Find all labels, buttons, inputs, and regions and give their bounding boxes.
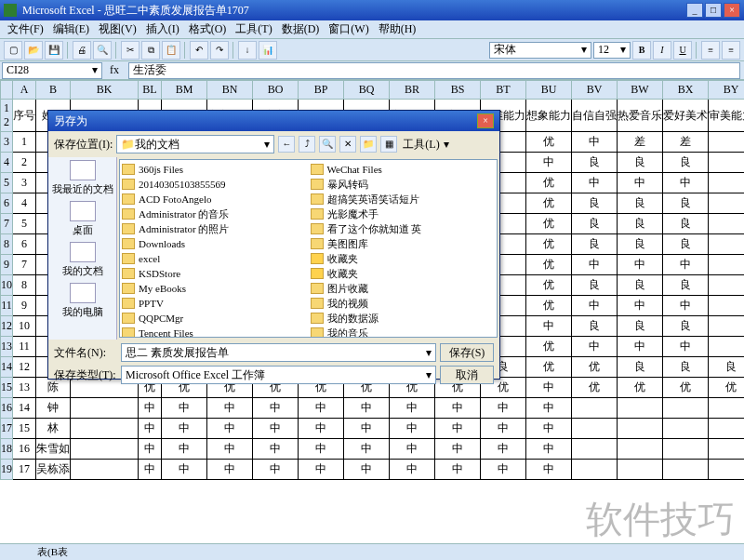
cell[interactable]: 良 xyxy=(572,275,618,296)
cell[interactable]: 良 xyxy=(618,153,663,173)
cell[interactable]: 中 xyxy=(390,419,435,439)
cell[interactable]: 优 xyxy=(526,173,572,193)
cell[interactable]: 中 xyxy=(435,398,481,419)
cell[interactable] xyxy=(618,398,663,419)
cell[interactable] xyxy=(663,460,709,480)
cell[interactable]: 中 xyxy=(663,255,709,275)
tools-menu[interactable]: 工具(L) xyxy=(403,137,439,153)
paste-icon[interactable]: 📋 xyxy=(162,41,180,60)
cell[interactable]: 差 xyxy=(663,132,709,153)
cell[interactable]: 良 xyxy=(663,316,709,337)
cell[interactable] xyxy=(572,398,618,419)
cell[interactable]: 中 xyxy=(299,460,344,480)
row-header[interactable]: 9 xyxy=(1,255,13,275)
col-header[interactable]: B xyxy=(36,81,71,100)
cell[interactable]: 中 xyxy=(207,460,253,480)
cell[interactable]: 中 xyxy=(526,398,572,419)
file-item[interactable]: 我的数据源 xyxy=(311,311,496,326)
cell[interactable]: 中 xyxy=(435,419,481,439)
cell[interactable]: 7 xyxy=(13,255,36,275)
cell[interactable]: 中 xyxy=(139,460,162,480)
up-icon[interactable]: ⤴ xyxy=(299,136,315,153)
col-header[interactable]: BW xyxy=(618,81,663,100)
back-icon[interactable]: ← xyxy=(278,136,295,153)
chart-icon[interactable]: 📊 xyxy=(259,41,277,60)
save-location-dropdown[interactable]: 📁 我的文档▾ xyxy=(116,135,274,153)
file-item[interactable]: KSDStore xyxy=(122,266,307,281)
row-header[interactable]: 4 xyxy=(1,153,13,173)
file-item[interactable]: 收藏夹 xyxy=(311,251,496,266)
new-icon[interactable]: ▢ xyxy=(4,41,22,60)
file-item[interactable]: Administrator 的照片 xyxy=(122,221,307,236)
file-item[interactable]: 图片收藏 xyxy=(311,281,496,296)
file-item[interactable]: 收藏夹 xyxy=(311,266,496,281)
cell[interactable]: 良 xyxy=(663,275,709,296)
cell[interactable]: 良 xyxy=(572,153,618,173)
row-header[interactable]: 10 xyxy=(1,275,13,296)
cell[interactable]: 中 xyxy=(435,439,481,460)
menu-help[interactable]: 帮助(H) xyxy=(375,20,420,38)
cell[interactable] xyxy=(709,153,745,173)
menu-file[interactable]: 文件(F) xyxy=(4,20,47,38)
cell[interactable]: 良 xyxy=(663,234,709,255)
cell[interactable] xyxy=(709,419,745,439)
cell[interactable]: 良 xyxy=(709,357,745,378)
cell[interactable]: 中 xyxy=(162,460,207,480)
cell[interactable]: 想象能力 xyxy=(526,100,572,132)
cell[interactable]: 10 xyxy=(13,316,36,337)
cell[interactable]: 良 xyxy=(663,153,709,173)
col-header[interactable]: BR xyxy=(390,81,435,100)
cell[interactable] xyxy=(709,275,745,296)
bold-icon[interactable]: B xyxy=(632,41,651,60)
row-header[interactable]: 5 xyxy=(1,173,13,193)
place-mycomputer[interactable]: 我的电脑 xyxy=(48,280,116,321)
cell[interactable]: 审美能力 xyxy=(709,100,745,132)
underline-icon[interactable]: U xyxy=(673,41,692,60)
col-header[interactable]: BO xyxy=(253,81,299,100)
file-item[interactable]: 看了这个你就知道 英 xyxy=(311,221,496,236)
cell[interactable]: 优 xyxy=(618,378,663,398)
cell[interactable]: 良 xyxy=(618,234,663,255)
close-button[interactable]: × xyxy=(724,3,740,18)
file-item[interactable]: Tencent Files xyxy=(122,326,307,338)
row-header[interactable]: 8 xyxy=(1,234,13,255)
cell[interactable]: 中 xyxy=(572,173,618,193)
row-header[interactable]: 11 xyxy=(1,296,13,316)
name-box[interactable]: CI28▾ xyxy=(2,62,102,79)
cell[interactable]: 优 xyxy=(709,378,745,398)
file-item[interactable]: 我的视频 xyxy=(311,296,496,311)
col-header[interactable]: BQ xyxy=(344,81,390,100)
cell[interactable] xyxy=(663,398,709,419)
cell[interactable]: 中 xyxy=(162,439,207,460)
file-item[interactable]: 暴风转码 xyxy=(311,177,496,192)
cell[interactable] xyxy=(709,337,745,357)
cell[interactable]: 中 xyxy=(207,419,253,439)
cell[interactable]: 钟 xyxy=(36,398,71,419)
cell[interactable]: 中 xyxy=(344,419,390,439)
italic-icon[interactable]: I xyxy=(653,41,671,60)
col-header[interactable]: BS xyxy=(435,81,481,100)
cell[interactable] xyxy=(709,173,745,193)
cell[interactable] xyxy=(709,439,745,460)
cell[interactable]: 优 xyxy=(526,234,572,255)
cell[interactable]: 14 xyxy=(13,398,36,419)
cell[interactable]: 12 xyxy=(13,357,36,378)
row-header[interactable]: 16 xyxy=(1,398,13,419)
cell[interactable]: 中 xyxy=(526,419,572,439)
col-header[interactable]: BV xyxy=(572,81,618,100)
menu-view[interactable]: 视图(V) xyxy=(95,20,140,38)
cell[interactable]: 1 xyxy=(13,132,36,153)
row-header[interactable]: 18 xyxy=(1,439,13,460)
menu-insert[interactable]: 插入(I) xyxy=(142,20,183,38)
font-name-select[interactable]: 宋体▾ xyxy=(489,42,591,59)
file-item[interactable]: 美图图库 xyxy=(311,236,496,251)
cell[interactable]: 优 xyxy=(526,214,572,234)
sheet-tabs-bar[interactable]: 表(B表 xyxy=(0,543,744,560)
cell[interactable]: 中 xyxy=(435,460,481,480)
cell[interactable]: 2 xyxy=(13,153,36,173)
cell[interactable]: 优 xyxy=(526,296,572,316)
row-header[interactable]: 12 xyxy=(1,316,13,337)
cell[interactable]: 良 xyxy=(618,275,663,296)
col-header[interactable]: BU xyxy=(526,81,572,100)
cell[interactable]: 中 xyxy=(390,460,435,480)
